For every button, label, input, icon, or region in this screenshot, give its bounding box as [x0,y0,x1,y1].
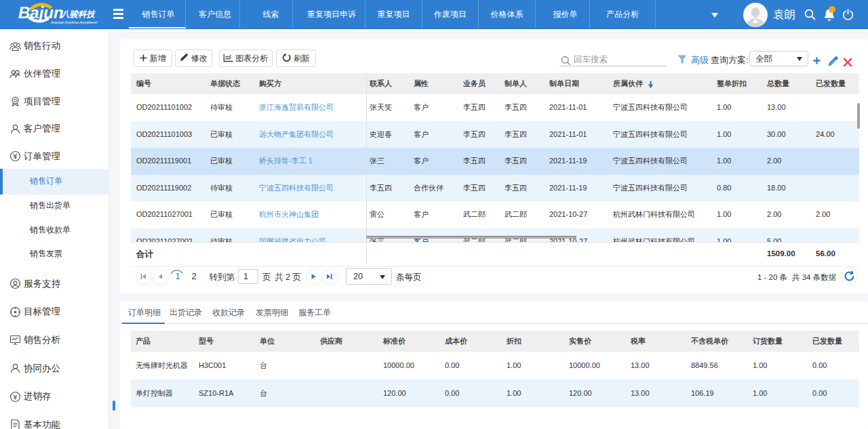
svg-text:Anyone,Anytime,Anywhere!: Anyone,Anytime,Anywhere! [50,20,98,24]
svg-text:Bajun: Bajun [18,3,64,22]
svg-text:八骏科技: 八骏科技 [60,9,97,19]
